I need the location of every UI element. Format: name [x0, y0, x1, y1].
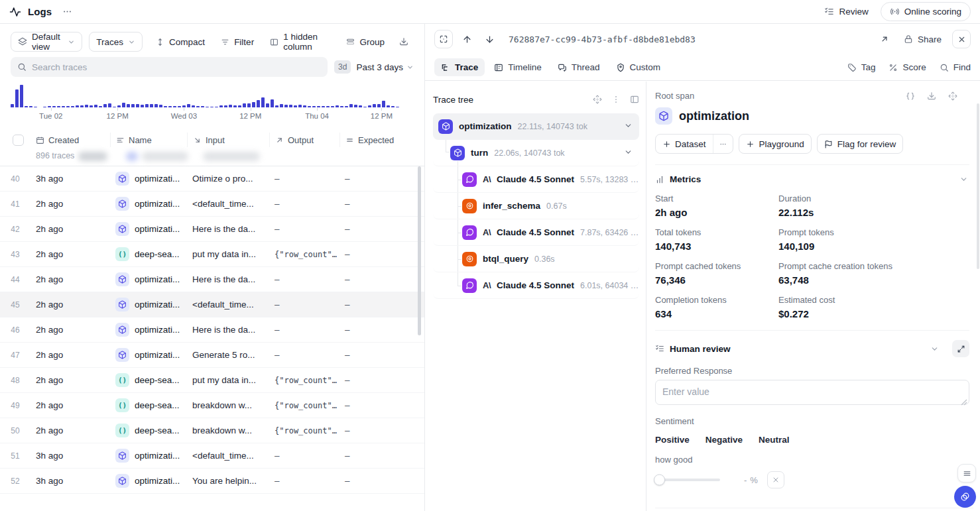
tab-trace[interactable]: Trace: [434, 58, 485, 76]
table-row[interactable]: 422h agooptimizati...Here is the da...––: [0, 217, 424, 242]
trace-tree-item[interactable]: btql_query0.36s: [433, 246, 639, 272]
share-button[interactable]: Share: [904, 34, 942, 44]
next-trace-button[interactable]: [481, 30, 498, 48]
compact-toggle-button[interactable]: Compact: [149, 32, 212, 52]
time-range-selector[interactable]: 3d Past 3 days: [334, 60, 414, 74]
histogram-bar: [340, 106, 343, 107]
expand-review-button[interactable]: [952, 340, 969, 357]
chevron-down-icon[interactable]: [624, 147, 633, 159]
download-icon[interactable]: [927, 91, 936, 101]
preferred-response-label: Preferred Response: [655, 366, 969, 376]
trace-tree-panel: Trace tree optimization22.11s, 140743 to…: [425, 82, 646, 511]
preferred-response-input[interactable]: [655, 380, 969, 405]
trace-tree-item[interactable]: A\Claude 4.5 Sonnet5.57s, 13283 tok: [433, 166, 639, 193]
table-row[interactable]: 403h agooptimizati...Otimize o pro...––: [0, 166, 424, 192]
human-review-section-header[interactable]: Human review: [655, 340, 969, 357]
column-header-output[interactable]: Output: [269, 133, 339, 147]
collapse-panel-icon[interactable]: [630, 95, 639, 104]
select-all-checkbox[interactable]: [13, 135, 24, 146]
tab-custom[interactable]: Custom: [609, 58, 668, 76]
focus-trace-button[interactable]: [434, 30, 453, 48]
table-row[interactable]: 513h agooptimizati...<default_time...––: [0, 443, 424, 469]
table-row[interactable]: 412h agooptimizati...<default_time...––: [0, 192, 424, 217]
tab-thread[interactable]: Thread: [551, 58, 607, 76]
trace-tree-item[interactable]: A\Claude 4.5 Sonnet7.87s, 63426 tok: [433, 219, 639, 246]
json-braces-icon[interactable]: [906, 91, 915, 101]
output-cell: –: [269, 199, 339, 209]
resize-grip-icon[interactable]: [961, 399, 967, 406]
previous-trace-button[interactable]: [458, 30, 475, 48]
online-scoring-button[interactable]: Online scoring: [881, 2, 971, 21]
add-to-dataset-button[interactable]: Dataset: [656, 135, 713, 153]
traces-selector-button[interactable]: Traces: [89, 32, 143, 52]
move-icon[interactable]: [948, 91, 957, 101]
trace-tree-title: Trace tree: [433, 95, 473, 105]
flag-for-review-button[interactable]: Flag for review: [817, 134, 904, 154]
view-selector-button[interactable]: Default view: [11, 32, 82, 52]
search-box[interactable]: [11, 57, 328, 77]
row-number: 49: [0, 401, 31, 410]
how-good-slider[interactable]: [655, 479, 720, 481]
metrics-section-header[interactable]: Metrics: [655, 174, 969, 184]
column-header-created[interactable]: Created: [31, 133, 110, 147]
move-icon[interactable]: [593, 95, 602, 104]
chevron-down-icon[interactable]: [624, 121, 633, 133]
view-selector-label: Default view: [32, 32, 63, 52]
find-button[interactable]: Find: [940, 62, 971, 72]
input-cell: Otimize o pro...: [187, 174, 269, 184]
compact-label: Compact: [169, 37, 205, 47]
slider-thumb[interactable]: [654, 475, 665, 486]
table-scrollbar[interactable]: [418, 166, 421, 335]
add-to-playground-button[interactable]: Playground: [739, 134, 812, 154]
chevron-down-icon: [406, 64, 414, 71]
hidden-columns-button[interactable]: 1 hidden column: [263, 32, 337, 52]
braintrust-logo-button[interactable]: [954, 486, 976, 508]
histogram-bar: [363, 107, 367, 107]
histogram-bar: [85, 105, 88, 107]
table-row[interactable]: 472h agooptimizati...Generate 5 ro...––: [0, 343, 424, 368]
table-row[interactable]: 442h agooptimizati...Here is the da...––: [0, 267, 424, 292]
trace-tree-item[interactable]: A\Claude 4.5 Sonnet6.01s, 64034 tok: [433, 272, 639, 299]
table-row[interactable]: 523h agooptimizati...You are helpin...––: [0, 469, 424, 494]
tree-menu-icon[interactable]: [611, 95, 621, 104]
review-button[interactable]: Review: [824, 7, 868, 17]
score-button[interactable]: Score: [888, 62, 926, 72]
detail-scrollbar[interactable]: [977, 103, 979, 269]
sentiment-option-negative[interactable]: Negative: [705, 433, 743, 446]
histogram-bar: [387, 105, 390, 107]
dataset-more-button[interactable]: [713, 135, 733, 153]
close-panel-button[interactable]: [952, 30, 971, 48]
metric-value: $0.272: [778, 308, 969, 319]
trace-tree-item[interactable]: optimization22.11s, 140743 tok: [433, 113, 639, 140]
group-button[interactable]: Group: [339, 32, 391, 52]
table-row[interactable]: 432h ago()deep-sea...put my data in...{"…: [0, 242, 424, 267]
row-number: 44: [0, 275, 31, 284]
sentiment-option-neutral[interactable]: Neutral: [759, 433, 790, 446]
tag-button[interactable]: Tag: [847, 62, 876, 72]
metric-item: Prompt cache creation tokens63,748: [778, 261, 969, 286]
table-row[interactable]: 492h ago()deep-sea...breakdown w...{"row…: [0, 393, 424, 418]
histogram-bar: [173, 106, 176, 107]
open-fullscreen-icon[interactable]: [876, 30, 893, 48]
anthropic-logo-icon: A\: [483, 174, 491, 184]
table-row[interactable]: 452h agooptimizati...<default_time...––: [0, 292, 424, 317]
trace-histogram[interactable]: Tue 0212 PMWed 0312 PMThu 0412 PM: [0, 77, 424, 122]
export-button[interactable]: [394, 32, 414, 52]
table-row[interactable]: 502h ago()deep-sea...breakdown w...{"row…: [0, 418, 424, 443]
page-menu-button[interactable]: [58, 5, 76, 18]
created-cell: 2h ago: [31, 249, 110, 259]
sentiment-option-positive[interactable]: Positive: [655, 433, 690, 446]
trace-tree-item[interactable]: infer_schema0.67s: [433, 193, 639, 219]
table-body: 403h agooptimizati...Otimize o pro...––4…: [0, 166, 424, 494]
table-row[interactable]: 462h agooptimizati...Here is the da...––: [0, 317, 424, 343]
column-header-expected[interactable]: Expected: [339, 133, 424, 147]
filter-button[interactable]: Filter: [214, 32, 261, 52]
column-header-name[interactable]: Name: [110, 133, 187, 147]
trace-tree-item[interactable]: turn22.06s, 140743 tok: [433, 140, 639, 166]
table-row[interactable]: 482h ago()deep-sea...put my data in...{"…: [0, 368, 424, 393]
clear-score-button[interactable]: [767, 471, 784, 488]
column-header-input[interactable]: Input: [187, 133, 269, 147]
tab-timeline[interactable]: Timeline: [487, 58, 548, 76]
search-input[interactable]: [32, 62, 321, 72]
floating-menu-button[interactable]: [957, 464, 976, 483]
